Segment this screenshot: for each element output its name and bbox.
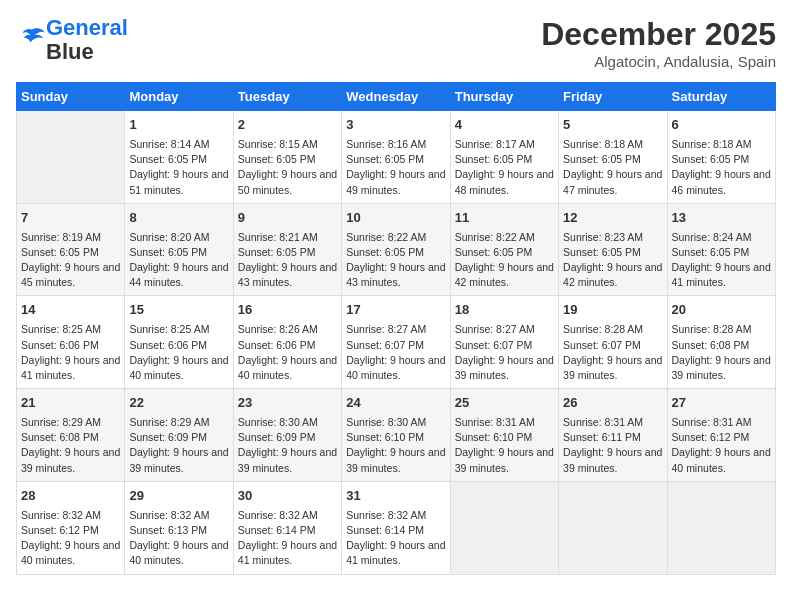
day-number: 10 <box>346 209 445 228</box>
sunset-text: Sunset: 6:08 PM <box>21 430 120 445</box>
calendar-cell <box>559 481 667 574</box>
sunrise-text: Sunrise: 8:29 AM <box>21 415 120 430</box>
weekday-header: Thursday <box>450 83 558 111</box>
calendar-cell: 17Sunrise: 8:27 AMSunset: 6:07 PMDayligh… <box>342 296 450 389</box>
sunrise-text: Sunrise: 8:16 AM <box>346 137 445 152</box>
weekday-header: Friday <box>559 83 667 111</box>
daylight-text: Daylight: 9 hours and 47 minutes. <box>563 167 662 197</box>
weekday-header: Sunday <box>17 83 125 111</box>
sunrise-text: Sunrise: 8:32 AM <box>129 508 228 523</box>
day-number: 1 <box>129 116 228 135</box>
day-number: 15 <box>129 301 228 320</box>
calendar-cell: 2Sunrise: 8:15 AMSunset: 6:05 PMDaylight… <box>233 111 341 204</box>
calendar-cell: 15Sunrise: 8:25 AMSunset: 6:06 PMDayligh… <box>125 296 233 389</box>
day-number: 13 <box>672 209 771 228</box>
day-number: 21 <box>21 394 120 413</box>
day-number: 23 <box>238 394 337 413</box>
sunrise-text: Sunrise: 8:31 AM <box>455 415 554 430</box>
daylight-text: Daylight: 9 hours and 40 minutes. <box>672 445 771 475</box>
day-number: 30 <box>238 487 337 506</box>
calendar-cell: 14Sunrise: 8:25 AMSunset: 6:06 PMDayligh… <box>17 296 125 389</box>
daylight-text: Daylight: 9 hours and 39 minutes. <box>672 353 771 383</box>
sunset-text: Sunset: 6:10 PM <box>455 430 554 445</box>
day-number: 24 <box>346 394 445 413</box>
day-number: 22 <box>129 394 228 413</box>
logo-text: GeneralBlue <box>46 16 128 64</box>
day-number: 29 <box>129 487 228 506</box>
sunrise-text: Sunrise: 8:22 AM <box>346 230 445 245</box>
sunset-text: Sunset: 6:05 PM <box>129 245 228 260</box>
daylight-text: Daylight: 9 hours and 41 minutes. <box>672 260 771 290</box>
daylight-text: Daylight: 9 hours and 41 minutes. <box>346 538 445 568</box>
sunset-text: Sunset: 6:05 PM <box>346 152 445 167</box>
calendar-week-row: 14Sunrise: 8:25 AMSunset: 6:06 PMDayligh… <box>17 296 776 389</box>
sunset-text: Sunset: 6:06 PM <box>129 338 228 353</box>
sunrise-text: Sunrise: 8:23 AM <box>563 230 662 245</box>
calendar-week-row: 28Sunrise: 8:32 AMSunset: 6:12 PMDayligh… <box>17 481 776 574</box>
day-number: 17 <box>346 301 445 320</box>
calendar-cell: 26Sunrise: 8:31 AMSunset: 6:11 PMDayligh… <box>559 389 667 482</box>
day-number: 27 <box>672 394 771 413</box>
daylight-text: Daylight: 9 hours and 40 minutes. <box>346 353 445 383</box>
daylight-text: Daylight: 9 hours and 39 minutes. <box>21 445 120 475</box>
sunset-text: Sunset: 6:05 PM <box>672 152 771 167</box>
daylight-text: Daylight: 9 hours and 39 minutes. <box>455 353 554 383</box>
day-number: 14 <box>21 301 120 320</box>
sunrise-text: Sunrise: 8:25 AM <box>21 322 120 337</box>
daylight-text: Daylight: 9 hours and 44 minutes. <box>129 260 228 290</box>
calendar-cell <box>450 481 558 574</box>
sunrise-text: Sunrise: 8:14 AM <box>129 137 228 152</box>
sunset-text: Sunset: 6:05 PM <box>238 245 337 260</box>
sunset-text: Sunset: 6:07 PM <box>563 338 662 353</box>
sunrise-text: Sunrise: 8:15 AM <box>238 137 337 152</box>
sunset-text: Sunset: 6:07 PM <box>455 338 554 353</box>
sunrise-text: Sunrise: 8:19 AM <box>21 230 120 245</box>
day-number: 28 <box>21 487 120 506</box>
day-number: 25 <box>455 394 554 413</box>
calendar-cell: 5Sunrise: 8:18 AMSunset: 6:05 PMDaylight… <box>559 111 667 204</box>
sunset-text: Sunset: 6:09 PM <box>129 430 228 445</box>
sunset-text: Sunset: 6:05 PM <box>129 152 228 167</box>
sunset-text: Sunset: 6:05 PM <box>238 152 337 167</box>
sunrise-text: Sunrise: 8:32 AM <box>346 508 445 523</box>
daylight-text: Daylight: 9 hours and 39 minutes. <box>238 445 337 475</box>
calendar-cell <box>667 481 775 574</box>
sunrise-text: Sunrise: 8:20 AM <box>129 230 228 245</box>
sunrise-text: Sunrise: 8:18 AM <box>672 137 771 152</box>
sunset-text: Sunset: 6:05 PM <box>21 245 120 260</box>
daylight-text: Daylight: 9 hours and 50 minutes. <box>238 167 337 197</box>
sunset-text: Sunset: 6:05 PM <box>563 245 662 260</box>
day-number: 16 <box>238 301 337 320</box>
calendar-cell: 7Sunrise: 8:19 AMSunset: 6:05 PMDaylight… <box>17 203 125 296</box>
daylight-text: Daylight: 9 hours and 39 minutes. <box>346 445 445 475</box>
calendar-cell: 4Sunrise: 8:17 AMSunset: 6:05 PMDaylight… <box>450 111 558 204</box>
sunrise-text: Sunrise: 8:26 AM <box>238 322 337 337</box>
day-number: 3 <box>346 116 445 135</box>
calendar-cell: 11Sunrise: 8:22 AMSunset: 6:05 PMDayligh… <box>450 203 558 296</box>
daylight-text: Daylight: 9 hours and 48 minutes. <box>455 167 554 197</box>
sunrise-text: Sunrise: 8:28 AM <box>672 322 771 337</box>
sunset-text: Sunset: 6:06 PM <box>238 338 337 353</box>
sunrise-text: Sunrise: 8:32 AM <box>21 508 120 523</box>
sunrise-text: Sunrise: 8:29 AM <box>129 415 228 430</box>
day-number: 7 <box>21 209 120 228</box>
calendar-week-row: 1Sunrise: 8:14 AMSunset: 6:05 PMDaylight… <box>17 111 776 204</box>
calendar-cell: 19Sunrise: 8:28 AMSunset: 6:07 PMDayligh… <box>559 296 667 389</box>
calendar-table: SundayMondayTuesdayWednesdayThursdayFrid… <box>16 82 776 575</box>
daylight-text: Daylight: 9 hours and 40 minutes. <box>238 353 337 383</box>
sunrise-text: Sunrise: 8:30 AM <box>346 415 445 430</box>
location: Algatocin, Andalusia, Spain <box>541 53 776 70</box>
calendar-cell: 18Sunrise: 8:27 AMSunset: 6:07 PMDayligh… <box>450 296 558 389</box>
sunset-text: Sunset: 6:05 PM <box>455 245 554 260</box>
sunset-text: Sunset: 6:14 PM <box>346 523 445 538</box>
calendar-cell: 3Sunrise: 8:16 AMSunset: 6:05 PMDaylight… <box>342 111 450 204</box>
title-block: December 2025 Algatocin, Andalusia, Spai… <box>541 16 776 70</box>
sunset-text: Sunset: 6:05 PM <box>563 152 662 167</box>
daylight-text: Daylight: 9 hours and 39 minutes. <box>563 445 662 475</box>
calendar-cell: 28Sunrise: 8:32 AMSunset: 6:12 PMDayligh… <box>17 481 125 574</box>
logo: GeneralBlue <box>16 16 128 64</box>
sunset-text: Sunset: 6:05 PM <box>455 152 554 167</box>
sunset-text: Sunset: 6:13 PM <box>129 523 228 538</box>
sunrise-text: Sunrise: 8:32 AM <box>238 508 337 523</box>
sunrise-text: Sunrise: 8:21 AM <box>238 230 337 245</box>
